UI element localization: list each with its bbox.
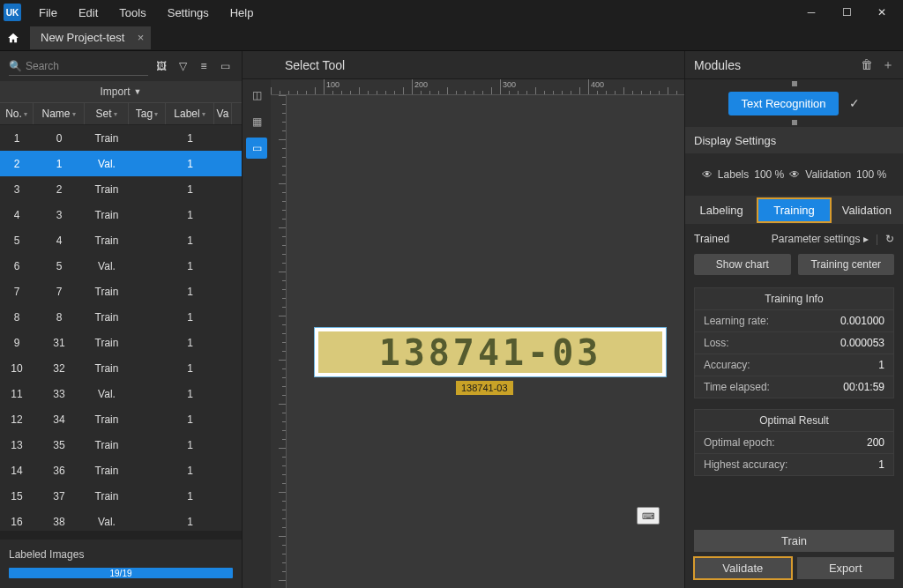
- import-button[interactable]: Import ▼: [0, 81, 242, 102]
- tab-validation[interactable]: Validation: [831, 198, 903, 222]
- col-label[interactable]: Label▾: [166, 103, 214, 124]
- table-header: No.▾ Name▾ Set▾ Tag▾ Label▾ Va: [0, 102, 242, 125]
- table-row[interactable]: 1234Train1: [0, 406, 242, 432]
- labels-label: Labels: [718, 168, 749, 181]
- display-settings-header: Display Settings: [685, 127, 903, 153]
- table-row[interactable]: 10Train1: [0, 125, 242, 151]
- col-val[interactable]: Va: [214, 103, 232, 124]
- tab-labeling[interactable]: Labeling: [685, 198, 757, 222]
- col-set[interactable]: Set▾: [85, 103, 129, 124]
- display-settings-row: 👁 Labels 100 % 👁 Validation 100 %: [685, 153, 903, 196]
- home-button[interactable]: [0, 25, 26, 50]
- export-button[interactable]: Export: [797, 557, 895, 579]
- hacc-key: Highest accuracy:: [704, 458, 787, 471]
- table-row[interactable]: 1335Train1: [0, 432, 242, 458]
- modules-title: Modules: [694, 58, 741, 72]
- table-row[interactable]: 1032Train1: [0, 355, 242, 381]
- table-row[interactable]: 21Val.1: [0, 151, 242, 176]
- ruler-vertical: [271, 95, 287, 588]
- col-name[interactable]: Name▾: [34, 103, 85, 124]
- keyboard-icon[interactable]: ⌨: [637, 507, 660, 525]
- rectangle-tool[interactable]: ▭: [246, 138, 267, 159]
- plate-label-tooltip: 138741-03: [456, 381, 513, 395]
- table-row[interactable]: 65Val.1: [0, 253, 242, 279]
- training-center-button[interactable]: Training center: [798, 254, 895, 275]
- train-button[interactable]: Train: [694, 530, 894, 552]
- chevron-down-icon: ▼: [134, 87, 142, 96]
- edit-menu[interactable]: Edit: [68, 0, 108, 25]
- selectbox-outline-tool[interactable]: ◫: [246, 85, 267, 106]
- search-input[interactable]: 🔍 Search: [9, 56, 148, 76]
- canvas-stage[interactable]: 138741-03 138741-03 ⌨: [287, 95, 684, 588]
- check-icon: ✓: [849, 96, 860, 110]
- tab-training[interactable]: Training: [757, 198, 830, 222]
- list-icon[interactable]: ≡: [196, 58, 212, 74]
- close-button[interactable]: ✕: [864, 0, 899, 25]
- table-row[interactable]: 88Train1: [0, 304, 242, 330]
- table-row[interactable]: 1436Train1: [0, 458, 242, 483]
- table-row[interactable]: 77Train1: [0, 279, 242, 304]
- epoch-key: Optimal epoch:: [704, 436, 775, 449]
- search-icon: 🔍: [9, 60, 22, 72]
- eye-icon[interactable]: 👁: [702, 168, 713, 181]
- minimize-button[interactable]: ─: [794, 0, 829, 25]
- tools-menu[interactable]: Tools: [108, 0, 156, 25]
- modules-header: Modules 🗑 ＋: [685, 51, 903, 79]
- table-row[interactable]: 1638Val.1: [0, 509, 242, 531]
- table-row[interactable]: 1537Train1: [0, 483, 242, 509]
- plus-icon[interactable]: ＋: [882, 57, 894, 73]
- toolbox: ◫ ▦ ▭: [243, 79, 271, 588]
- table-row[interactable]: 32Train1: [0, 176, 242, 202]
- canvas-panel: Select Tool ◫ ▦ ▭ 100200300400 138741-03…: [243, 51, 684, 588]
- parameter-settings-link[interactable]: Parameter settings ▸: [772, 233, 869, 245]
- search-placeholder: Search: [26, 60, 59, 72]
- labeled-images-section: Labeled Images 19/19: [0, 540, 242, 588]
- col-tag[interactable]: Tag▾: [129, 103, 166, 124]
- trained-status: Trained: [694, 233, 729, 245]
- module-node: Text Recognition ✓: [685, 79, 903, 127]
- project-tab-label: New Project-test: [41, 31, 124, 44]
- stack-icon[interactable]: ▭: [217, 58, 233, 74]
- labels-pct: 100 %: [754, 168, 784, 181]
- home-icon: [7, 32, 19, 44]
- show-chart-button[interactable]: Show chart: [694, 254, 791, 275]
- right-panel: Modules 🗑 ＋ Text Recognition ✓ Display S…: [684, 51, 903, 588]
- file-menu[interactable]: File: [28, 0, 68, 25]
- canvas-title: Select Tool: [243, 51, 684, 79]
- table-row[interactable]: 43Train1: [0, 202, 242, 227]
- project-tab[interactable]: New Project-test ×: [30, 26, 151, 49]
- lr-key: Learning rate:: [704, 315, 769, 327]
- table-row[interactable]: 931Train1: [0, 330, 242, 355]
- table-row[interactable]: 54Train1: [0, 227, 242, 253]
- mode-tabs: Labeling Training Validation: [685, 196, 903, 224]
- time-key: Time elapsed:: [704, 381, 770, 393]
- text-recognition-module[interactable]: Text Recognition: [728, 92, 838, 115]
- validate-button[interactable]: Validate: [694, 557, 792, 579]
- table-body[interactable]: 10Train121Val.132Train143Train154Train16…: [0, 125, 242, 531]
- lr-val: 0.001000: [840, 315, 884, 327]
- eye-icon[interactable]: 👁: [789, 168, 800, 181]
- table-row[interactable]: 1133Val.1: [0, 381, 242, 406]
- settings-menu[interactable]: Settings: [157, 0, 220, 25]
- close-tab-icon[interactable]: ×: [138, 31, 145, 44]
- labeled-images-progress: 19/19: [9, 568, 233, 578]
- filter-icon[interactable]: ▽: [175, 58, 190, 74]
- training-info-title: Training Info: [695, 288, 893, 309]
- plate-image[interactable]: 138741-03: [315, 328, 666, 376]
- image-table: No.▾ Name▾ Set▾ Tag▾ Label▾ Va 10Train12…: [0, 102, 242, 531]
- labeled-images-title: Labeled Images: [9, 548, 233, 561]
- optimal-result-box: Optimal Result Optimal epoch:200 Highest…: [694, 409, 894, 476]
- acc-key: Accuracy:: [704, 359, 750, 371]
- image-icon[interactable]: 🖼: [153, 58, 169, 74]
- tab-bar: New Project-test ×: [0, 25, 903, 51]
- validation-pct: 100 %: [856, 168, 886, 181]
- app-logo: UK: [4, 4, 21, 21]
- col-no[interactable]: No.▾: [0, 103, 34, 124]
- history-icon[interactable]: ↻: [885, 233, 894, 245]
- help-menu[interactable]: Help: [220, 0, 265, 25]
- validation-label: Validation: [805, 168, 851, 181]
- selectbox-dashed-tool[interactable]: ▦: [246, 111, 267, 132]
- maximize-button[interactable]: ☐: [829, 0, 864, 25]
- loss-key: Loss:: [704, 337, 729, 349]
- trash-icon[interactable]: 🗑: [861, 57, 873, 73]
